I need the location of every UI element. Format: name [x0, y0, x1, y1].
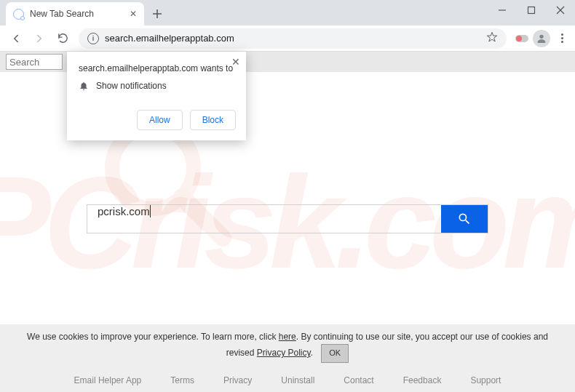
search-icon: [13, 9, 24, 20]
svg-rect-1: [528, 7, 535, 14]
address-bar[interactable]: i search.emailhelperapptab.com: [79, 28, 507, 49]
cookie-text: .: [311, 348, 313, 358]
secondary-search-input[interactable]: [6, 54, 63, 70]
close-window-button[interactable]: [546, 0, 575, 20]
profile-button[interactable]: [533, 30, 550, 47]
bookmark-star-icon[interactable]: [486, 31, 498, 46]
footer-link[interactable]: Contact: [344, 375, 373, 385]
footer-link[interactable]: Terms: [170, 375, 194, 385]
browser-menu-button[interactable]: [555, 29, 569, 47]
new-tab-button[interactable]: [147, 4, 167, 24]
tab-title: New Tab Search: [30, 9, 124, 19]
footer-link[interactable]: Uninstall: [281, 375, 314, 385]
maximize-button[interactable]: [517, 0, 546, 20]
footer-link[interactable]: Privacy: [223, 375, 252, 385]
forward-button[interactable]: [29, 28, 49, 49]
close-tab-button[interactable]: ✕: [130, 9, 137, 19]
allow-button[interactable]: Allow: [137, 110, 183, 130]
bell-icon: [79, 81, 89, 91]
close-dialog-button[interactable]: ✕: [231, 56, 240, 68]
footer-link[interactable]: Support: [470, 375, 501, 385]
footer-link[interactable]: Feedback: [403, 375, 442, 385]
block-button[interactable]: Block: [190, 110, 236, 130]
minimize-button[interactable]: [488, 0, 517, 20]
notification-permission-dialog: ✕ search.emailhelperapptab.com wants to …: [67, 52, 246, 140]
page-footer: Email Helper App Terms Privacy Uninstall…: [0, 369, 575, 392]
privacy-policy-link[interactable]: Privacy Policy: [257, 348, 311, 358]
permission-label: Show notifications: [96, 81, 167, 91]
cookie-learn-more-link[interactable]: here: [279, 332, 296, 342]
cookie-text: We use cookies to improve your experienc…: [27, 332, 279, 342]
main-search-container: pcrisk.com: [87, 204, 488, 233]
extension-icon[interactable]: [515, 35, 528, 42]
url-text: search.emailhelperapptab.com: [105, 33, 480, 44]
main-search-button[interactable]: [441, 205, 488, 233]
back-button[interactable]: [6, 28, 26, 49]
dialog-title: search.emailhelperapptab.com wants to: [79, 63, 234, 73]
footer-link[interactable]: Email Helper App: [74, 375, 142, 385]
cookie-notice: We use cookies to improve your experienc…: [0, 324, 575, 369]
main-search-input[interactable]: pcrisk.com: [87, 205, 441, 233]
browser-tab[interactable]: New Tab Search ✕: [6, 2, 144, 25]
site-info-icon[interactable]: i: [87, 33, 99, 44]
cookie-ok-button[interactable]: OK: [321, 344, 349, 363]
reload-button[interactable]: [52, 28, 73, 49]
svg-point-6: [539, 34, 543, 38]
browser-toolbar: i search.emailhelperapptab.com: [0, 25, 575, 52]
